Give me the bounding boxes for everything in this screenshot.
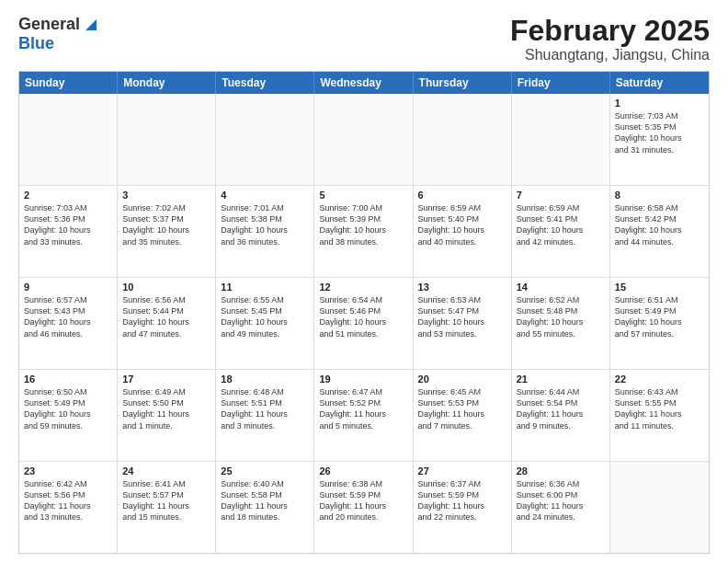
day-number: 25 bbox=[221, 465, 309, 477]
calendar-cell-25: 25Sunrise: 6:40 AM Sunset: 5:58 PM Dayli… bbox=[216, 462, 314, 553]
calendar-cell-15: 15Sunrise: 6:51 AM Sunset: 5:49 PM Dayli… bbox=[610, 278, 709, 369]
day-info: Sunrise: 6:42 AM Sunset: 5:56 PM Dayligh… bbox=[24, 478, 112, 523]
calendar-cell-8: 8Sunrise: 6:58 AM Sunset: 5:42 PM Daylig… bbox=[610, 186, 709, 277]
weekday-header-wednesday: Wednesday bbox=[314, 72, 413, 94]
day-number: 7 bbox=[517, 190, 605, 201]
day-info: Sunrise: 6:54 AM Sunset: 5:46 PM Dayligh… bbox=[319, 294, 407, 339]
day-info: Sunrise: 6:41 AM Sunset: 5:57 PM Dayligh… bbox=[122, 478, 210, 523]
day-number: 14 bbox=[517, 282, 605, 293]
calendar-cell-9: 9Sunrise: 6:57 AM Sunset: 5:43 PM Daylig… bbox=[19, 278, 118, 369]
day-info: Sunrise: 6:44 AM Sunset: 5:54 PM Dayligh… bbox=[517, 386, 605, 431]
calendar-cell-22: 22Sunrise: 6:43 AM Sunset: 5:55 PM Dayli… bbox=[610, 370, 709, 461]
logo-blue-text: Blue bbox=[18, 34, 54, 53]
calendar-cell-20: 20Sunrise: 6:45 AM Sunset: 5:53 PM Dayli… bbox=[414, 370, 512, 461]
day-number: 27 bbox=[418, 465, 506, 477]
day-number: 20 bbox=[418, 373, 506, 385]
day-number: 19 bbox=[319, 373, 407, 385]
day-number: 6 bbox=[418, 190, 506, 201]
calendar-cell-empty-2 bbox=[216, 94, 314, 185]
calendar-row-2: 9Sunrise: 6:57 AM Sunset: 5:43 PM Daylig… bbox=[19, 278, 709, 370]
day-number: 24 bbox=[122, 465, 210, 477]
day-number: 10 bbox=[122, 282, 210, 293]
day-info: Sunrise: 6:59 AM Sunset: 5:41 PM Dayligh… bbox=[517, 202, 605, 247]
calendar-cell-10: 10Sunrise: 6:56 AM Sunset: 5:44 PM Dayli… bbox=[118, 278, 216, 369]
day-info: Sunrise: 6:59 AM Sunset: 5:40 PM Dayligh… bbox=[418, 202, 506, 247]
calendar-row-4: 23Sunrise: 6:42 AM Sunset: 5:56 PM Dayli… bbox=[19, 462, 709, 553]
calendar-cell-5: 5Sunrise: 7:00 AM Sunset: 5:39 PM Daylig… bbox=[314, 186, 413, 277]
calendar-cell-empty-3 bbox=[314, 94, 413, 185]
day-info: Sunrise: 6:45 AM Sunset: 5:53 PM Dayligh… bbox=[418, 386, 506, 431]
day-info: Sunrise: 6:55 AM Sunset: 5:45 PM Dayligh… bbox=[221, 294, 309, 339]
calendar-cell-6: 6Sunrise: 6:59 AM Sunset: 5:40 PM Daylig… bbox=[414, 186, 512, 277]
day-number: 4 bbox=[221, 190, 309, 201]
day-info: Sunrise: 6:48 AM Sunset: 5:51 PM Dayligh… bbox=[221, 386, 309, 431]
calendar-cell-16: 16Sunrise: 6:50 AM Sunset: 5:49 PM Dayli… bbox=[19, 370, 118, 461]
day-info: Sunrise: 6:56 AM Sunset: 5:44 PM Dayligh… bbox=[122, 294, 210, 339]
calendar: SundayMondayTuesdayWednesdayThursdayFrid… bbox=[18, 71, 710, 554]
day-info: Sunrise: 6:49 AM Sunset: 5:50 PM Dayligh… bbox=[122, 386, 210, 431]
logo: General Blue bbox=[18, 15, 100, 53]
weekday-header-saturday: Saturday bbox=[610, 72, 709, 94]
day-number: 8 bbox=[615, 190, 704, 201]
day-info: Sunrise: 6:50 AM Sunset: 5:49 PM Dayligh… bbox=[24, 386, 112, 431]
calendar-row-0: 1Sunrise: 7:03 AM Sunset: 5:35 PM Daylig… bbox=[19, 94, 709, 186]
day-info: Sunrise: 6:58 AM Sunset: 5:42 PM Dayligh… bbox=[615, 202, 704, 247]
calendar-cell-3: 3Sunrise: 7:02 AM Sunset: 5:37 PM Daylig… bbox=[118, 186, 216, 277]
calendar-cell-18: 18Sunrise: 6:48 AM Sunset: 5:51 PM Dayli… bbox=[216, 370, 314, 461]
day-number: 26 bbox=[319, 465, 407, 477]
day-info: Sunrise: 6:53 AM Sunset: 5:47 PM Dayligh… bbox=[418, 294, 506, 339]
calendar-cell-26: 26Sunrise: 6:38 AM Sunset: 5:59 PM Dayli… bbox=[314, 462, 413, 553]
calendar-cell-13: 13Sunrise: 6:53 AM Sunset: 5:47 PM Dayli… bbox=[414, 278, 512, 369]
day-number: 13 bbox=[418, 282, 506, 293]
calendar-cell-21: 21Sunrise: 6:44 AM Sunset: 5:54 PM Dayli… bbox=[512, 370, 610, 461]
calendar-cell-24: 24Sunrise: 6:41 AM Sunset: 5:57 PM Dayli… bbox=[118, 462, 216, 553]
location-text: Shuangtang, Jiangsu, China bbox=[510, 47, 710, 63]
day-info: Sunrise: 6:38 AM Sunset: 5:59 PM Dayligh… bbox=[319, 478, 407, 523]
weekday-header-tuesday: Tuesday bbox=[216, 72, 314, 94]
day-info: Sunrise: 6:43 AM Sunset: 5:55 PM Dayligh… bbox=[615, 386, 704, 431]
day-number: 28 bbox=[517, 465, 605, 477]
calendar-cell-7: 7Sunrise: 6:59 AM Sunset: 5:41 PM Daylig… bbox=[512, 186, 610, 277]
calendar-cell-14: 14Sunrise: 6:52 AM Sunset: 5:48 PM Dayli… bbox=[512, 278, 610, 369]
day-number: 9 bbox=[24, 282, 112, 293]
weekday-header-sunday: Sunday bbox=[19, 72, 118, 94]
day-info: Sunrise: 6:36 AM Sunset: 6:00 PM Dayligh… bbox=[517, 478, 605, 523]
day-number: 5 bbox=[319, 190, 407, 201]
calendar-cell-empty-1 bbox=[118, 94, 216, 185]
calendar-cell-empty-5 bbox=[512, 94, 610, 185]
calendar-header: SundayMondayTuesdayWednesdayThursdayFrid… bbox=[19, 72, 709, 94]
calendar-cell-empty-0 bbox=[19, 94, 118, 185]
logo-triangle-icon bbox=[82, 16, 100, 34]
calendar-row-3: 16Sunrise: 6:50 AM Sunset: 5:49 PM Dayli… bbox=[19, 370, 709, 462]
weekday-header-thursday: Thursday bbox=[414, 72, 512, 94]
weekday-header-monday: Monday bbox=[118, 72, 216, 94]
day-number: 3 bbox=[122, 190, 210, 201]
calendar-cell-19: 19Sunrise: 6:47 AM Sunset: 5:52 PM Dayli… bbox=[314, 370, 413, 461]
day-number: 21 bbox=[517, 373, 605, 385]
calendar-cell-2: 2Sunrise: 7:03 AM Sunset: 5:36 PM Daylig… bbox=[19, 186, 118, 277]
day-number: 16 bbox=[24, 373, 112, 385]
day-info: Sunrise: 6:51 AM Sunset: 5:49 PM Dayligh… bbox=[615, 294, 704, 339]
calendar-cell-23: 23Sunrise: 6:42 AM Sunset: 5:56 PM Dayli… bbox=[19, 462, 118, 553]
calendar-body: 1Sunrise: 7:03 AM Sunset: 5:35 PM Daylig… bbox=[19, 94, 709, 553]
day-info: Sunrise: 6:37 AM Sunset: 5:59 PM Dayligh… bbox=[418, 478, 506, 523]
title-block: February 2025 Shuangtang, Jiangsu, China bbox=[510, 15, 710, 63]
day-info: Sunrise: 6:47 AM Sunset: 5:52 PM Dayligh… bbox=[319, 386, 407, 431]
month-title: February 2025 bbox=[510, 15, 710, 47]
weekday-header-friday: Friday bbox=[512, 72, 610, 94]
logo-general-text: General bbox=[18, 15, 80, 34]
day-info: Sunrise: 7:00 AM Sunset: 5:39 PM Dayligh… bbox=[319, 202, 407, 247]
svg-marker-0 bbox=[85, 19, 97, 30]
day-number: 12 bbox=[319, 282, 407, 293]
day-number: 22 bbox=[615, 373, 704, 385]
day-number: 23 bbox=[24, 465, 112, 477]
day-info: Sunrise: 7:03 AM Sunset: 5:35 PM Dayligh… bbox=[615, 110, 704, 155]
calendar-cell-empty-6 bbox=[610, 462, 709, 553]
day-info: Sunrise: 6:52 AM Sunset: 5:48 PM Dayligh… bbox=[517, 294, 605, 339]
day-info: Sunrise: 6:57 AM Sunset: 5:43 PM Dayligh… bbox=[24, 294, 112, 339]
day-info: Sunrise: 7:01 AM Sunset: 5:38 PM Dayligh… bbox=[221, 202, 309, 247]
day-number: 18 bbox=[221, 373, 309, 385]
day-info: Sunrise: 7:02 AM Sunset: 5:37 PM Dayligh… bbox=[122, 202, 210, 247]
calendar-page: General Blue February 2025 Shuangtang, J… bbox=[0, 0, 728, 563]
calendar-cell-27: 27Sunrise: 6:37 AM Sunset: 5:59 PM Dayli… bbox=[414, 462, 512, 553]
